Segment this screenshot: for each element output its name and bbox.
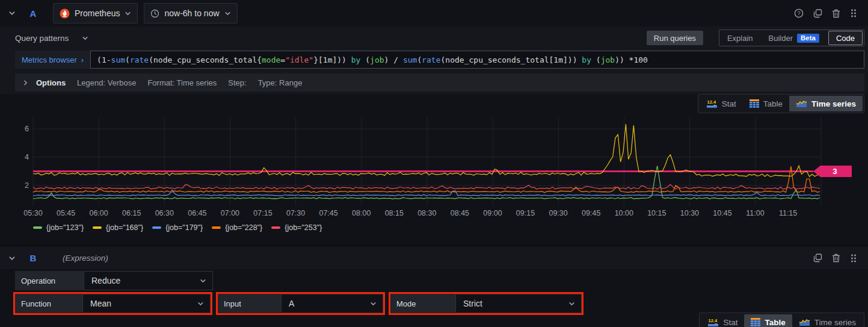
series-line-4 [33, 184, 820, 189]
trash-icon[interactable] [832, 9, 840, 18]
x-axis-tick: 05:30 [23, 209, 42, 217]
input-field: Input A [216, 292, 385, 315]
x-axis-tick: 08:30 [417, 209, 436, 217]
query-a-header: A Prometheus now-6h to now ? [0, 2, 868, 24]
metrics-browser-button[interactable]: Metrics browser › [15, 51, 90, 69]
stat-icon: 12.4 [706, 99, 718, 108]
viz-option-stat[interactable]: 12.4Stat [701, 314, 744, 327]
query-patterns-dropdown[interactable]: Query patterns [15, 34, 88, 43]
help-icon[interactable]: ? [794, 8, 804, 18]
svg-text:12.4: 12.4 [709, 318, 718, 323]
viz-toggle-a: 12.4StatTableTime series [698, 94, 864, 113]
options-collapsible-row[interactable]: Options Legend: Verbose Format: Time ser… [15, 73, 864, 92]
function-label: Function [15, 294, 82, 313]
run-queries-label: Run queries [654, 34, 696, 43]
legend-item[interactable]: {job="168"} [93, 223, 143, 232]
x-axis-tick: 09:30 [549, 209, 567, 217]
series-line-2 [33, 190, 820, 196]
datasource-picker[interactable]: Prometheus [53, 3, 138, 23]
table-icon [749, 99, 759, 108]
x-axis-tick: 07:15 [253, 209, 272, 217]
threshold-value: 3 [833, 167, 837, 176]
query-a-actions: ? [794, 8, 861, 18]
input-label: Input [218, 294, 281, 313]
x-axis-tick: 09:45 [582, 209, 600, 217]
run-queries-button[interactable]: Run queries [647, 31, 703, 45]
x-axis-tick: 06:15 [122, 209, 141, 217]
viz-option-label: Table [763, 99, 783, 108]
trash-icon[interactable] [832, 254, 840, 263]
viz-option-table[interactable]: Table [744, 314, 792, 327]
chevron-down-icon [568, 301, 575, 307]
query-code-input[interactable]: (1-sum(rate(node_cpu_seconds_total{mode=… [90, 51, 864, 69]
viz-option-label: Stat [723, 318, 737, 327]
builder-label: Builder [769, 34, 793, 43]
chevron-right-icon: › [81, 55, 84, 64]
copy-icon[interactable] [813, 9, 822, 18]
explain-toggle[interactable]: Explain [719, 30, 761, 46]
x-axis-tick: 08:45 [451, 209, 469, 217]
operation-label: Operation [15, 271, 84, 290]
function-select[interactable]: Mean [82, 294, 211, 313]
legend-item[interactable]: {job="228"} [212, 223, 262, 232]
viz-toggle-b: 12.4StatTableTime series [699, 313, 864, 327]
svg-text:?: ? [797, 10, 800, 16]
legend-item[interactable]: {job="123"} [33, 223, 84, 232]
mode-select[interactable]: Strict [455, 294, 582, 313]
chart-legend: {job="123"}{job="168"}{job="179"}{job="2… [33, 223, 322, 232]
x-axis-tick: 10:45 [713, 209, 731, 217]
collapse-query-a-icon[interactable] [8, 10, 16, 17]
query-a-toolbar: Query patterns Run queries Explain Build… [15, 30, 864, 46]
viz-option-table[interactable]: Table [743, 96, 789, 111]
options-legend: Legend: Verbose [77, 78, 136, 87]
chevron-right-icon [22, 79, 29, 86]
viz-option-time-series[interactable]: Time series [789, 96, 863, 111]
x-axis-tick: 10:15 [647, 209, 666, 217]
x-axis-tick: 11:15 [779, 209, 797, 217]
viz-option-stat[interactable]: 12.4Stat [700, 96, 743, 111]
time-range-value: now-6h to now [164, 8, 219, 18]
legend-label: {job="179"} [165, 223, 203, 232]
time-range-picker[interactable]: now-6h to now [144, 3, 237, 23]
explain-label: Explain [727, 34, 753, 43]
copy-icon[interactable] [813, 254, 822, 263]
legend-item[interactable]: {job="179"} [152, 223, 203, 232]
viz-option-time-series[interactable]: Time series [792, 314, 863, 327]
legend-label: {job="228"} [225, 223, 262, 232]
legend-swatch [33, 226, 42, 229]
y-axis-tick: 4 [25, 153, 29, 161]
expression-row-1: Operation Reduce [15, 271, 213, 290]
mode-value: Strict [463, 299, 482, 308]
collapse-query-b-icon[interactable] [8, 255, 16, 262]
legend-item[interactable]: {job="253"} [271, 223, 322, 232]
threshold-line [33, 170, 813, 172]
series-line-3 [33, 166, 820, 192]
editor-mode-group: Explain Builder Beta Code [719, 30, 864, 46]
builder-mode-button[interactable]: Builder Beta [761, 30, 827, 46]
input-value: A [289, 299, 294, 308]
viz-option-label: Time series [814, 318, 856, 327]
code-mode-button[interactable]: Code [828, 31, 863, 45]
function-field: Function Mean [13, 292, 212, 315]
legend-swatch [152, 226, 161, 229]
drag-handle-icon[interactable] [850, 8, 857, 18]
x-axis-tick: 05:45 [57, 209, 75, 217]
operation-select[interactable]: Reduce [84, 271, 213, 290]
code-label: Code [836, 34, 855, 43]
query-patterns-label: Query patterns [15, 34, 69, 43]
options-step: Step: [228, 78, 246, 87]
prometheus-flame-icon [60, 8, 70, 19]
input-select[interactable]: A [281, 294, 383, 313]
expression-row-2: Function Mean Input A Mode Strict [13, 292, 583, 315]
operation-field: Operation Reduce [15, 271, 213, 290]
svg-text:12.4: 12.4 [707, 99, 716, 105]
chart-canvas[interactable]: 324605:3005:4506:0006:1506:3006:4507:000… [0, 114, 868, 235]
x-axis-tick: 08:00 [352, 209, 371, 217]
x-axis-tick: 10:00 [615, 209, 633, 217]
time-series-icon [796, 99, 807, 108]
x-axis-tick: 08:15 [385, 209, 404, 217]
x-axis-tick: 07:00 [221, 209, 239, 217]
table-icon [751, 318, 760, 326]
viz-option-label: Time series [811, 99, 856, 108]
drag-handle-icon[interactable] [850, 254, 857, 263]
